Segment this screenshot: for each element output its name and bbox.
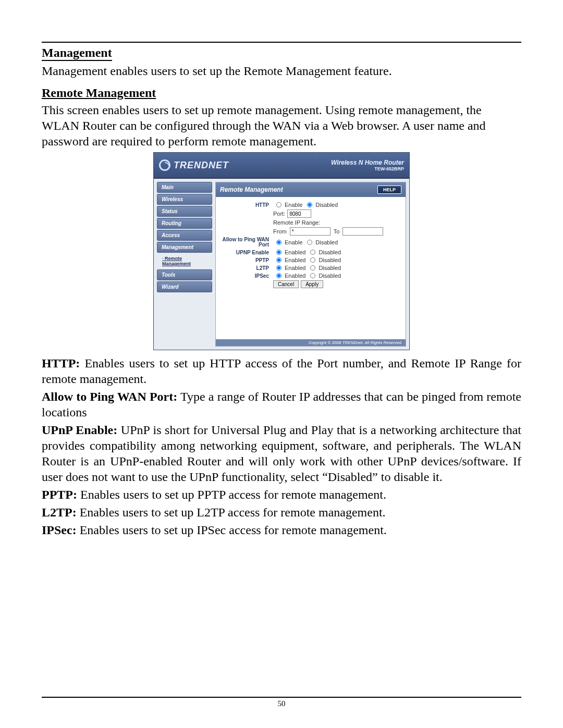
nav-wireless[interactable]: Wireless bbox=[157, 194, 212, 205]
apply-button[interactable]: Apply bbox=[301, 280, 323, 288]
upnp-enabled-radio[interactable] bbox=[276, 250, 282, 255]
opt-disabled: Disabled bbox=[315, 202, 338, 208]
content-panel: Remote Management HELP HTTP Enable Disab… bbox=[215, 182, 406, 347]
product-name: Wireless N Home Router bbox=[331, 159, 404, 166]
http-enable-radio[interactable] bbox=[276, 202, 282, 207]
def-l2tp-val: Enables users to set up L2TP access for … bbox=[77, 505, 386, 519]
l2tp-enabled-radio[interactable] bbox=[276, 265, 282, 270]
ipsec-disabled-radio[interactable] bbox=[310, 273, 315, 278]
l2tp-disabled-radio[interactable] bbox=[310, 265, 315, 270]
label-http: HTTP bbox=[221, 202, 273, 208]
opt-enabled-6: Enabled bbox=[285, 273, 305, 279]
help-button[interactable]: HELP bbox=[377, 186, 401, 194]
ipsec-enabled-radio[interactable] bbox=[276, 273, 282, 278]
pptp-disabled-radio[interactable] bbox=[310, 257, 315, 263]
nav-routing[interactable]: Routing bbox=[157, 218, 212, 229]
intro-paragraph: Management enables users to set up the R… bbox=[42, 63, 521, 79]
nav-tools[interactable]: Tools bbox=[157, 269, 212, 280]
label-ping: Allow to Ping WAN Port bbox=[221, 237, 273, 248]
label-from: From bbox=[273, 228, 287, 235]
brand-block: TRENDNET bbox=[159, 159, 229, 171]
label-l2tp: L2TP bbox=[221, 265, 273, 271]
def-pptp-key: PPTP: bbox=[42, 488, 77, 501]
sub-intro-paragraph: This screen enables users to set up remo… bbox=[42, 102, 521, 149]
def-ipsec-key: IPSec: bbox=[42, 523, 77, 537]
http-disabled-radio[interactable] bbox=[307, 202, 312, 207]
def-ipsec-val: Enables users to set up IPSec access for… bbox=[77, 523, 387, 537]
opt-enable: Enable bbox=[285, 202, 302, 208]
router-copyright: Copyright © 2008 TRENDnet. All Rights Re… bbox=[216, 339, 406, 346]
def-ping: Allow to Ping WAN Port: Type a range of … bbox=[42, 389, 521, 420]
nav-main[interactable]: Main bbox=[157, 182, 212, 193]
panel-title: Remote Management bbox=[220, 186, 283, 193]
from-input[interactable] bbox=[290, 227, 331, 236]
nav-wizard[interactable]: Wizard bbox=[157, 281, 212, 292]
brand-name: TRENDNET bbox=[174, 160, 229, 171]
opt-enabled-3: Enabled bbox=[285, 249, 305, 255]
panel-header: Remote Management HELP bbox=[216, 182, 406, 197]
router-header: TRENDNET Wireless N Home Router TEW-652B… bbox=[154, 153, 409, 179]
def-l2tp-key: L2TP: bbox=[42, 505, 77, 519]
opt-enabled-5: Enabled bbox=[285, 265, 305, 271]
section-title: Management bbox=[42, 46, 112, 61]
def-http: HTTP: Enables users to set up HTTP acces… bbox=[42, 355, 521, 387]
def-pptp-val: Enables users to set up PPTP access for … bbox=[77, 488, 386, 501]
opt-disabled-4: Disabled bbox=[319, 257, 341, 263]
opt-disabled-3: Disabled bbox=[319, 249, 341, 255]
opt-disabled-5: Disabled bbox=[319, 265, 341, 271]
def-upnp: UPnP Enable: UPnP is short for Universal… bbox=[42, 422, 521, 485]
def-upnp-key: UPnP Enable: bbox=[42, 423, 117, 437]
label-pptp: PPTP bbox=[221, 257, 273, 263]
upnp-disabled-radio[interactable] bbox=[310, 250, 315, 255]
label-ipsec: IPSec bbox=[221, 273, 273, 279]
rule-top bbox=[42, 42, 521, 43]
ping-disabled-radio[interactable] bbox=[307, 240, 312, 245]
pptp-enabled-radio[interactable] bbox=[276, 257, 282, 263]
opt-disabled-2: Disabled bbox=[315, 239, 338, 245]
nav-management[interactable]: Management bbox=[157, 242, 212, 253]
opt-enabled-4: Enabled bbox=[285, 257, 305, 263]
nav-status[interactable]: Status bbox=[157, 206, 212, 217]
label-upnp: UPNP Enable bbox=[221, 250, 273, 255]
def-ping-key: Allow to Ping WAN Port: bbox=[42, 390, 177, 403]
ping-enable-radio[interactable] bbox=[276, 240, 282, 245]
cancel-button[interactable]: Cancel bbox=[273, 280, 299, 288]
def-pptp: PPTP: Enables users to set up PPTP acces… bbox=[42, 487, 521, 502]
opt-enable-2: Enable bbox=[285, 239, 302, 245]
def-http-key: HTTP: bbox=[42, 356, 80, 370]
brand-logo-icon bbox=[159, 159, 170, 171]
def-http-val: Enables users to set up HTTP access of t… bbox=[42, 356, 521, 386]
product-model: TEW-652BRP bbox=[331, 166, 404, 171]
label-port: Port: bbox=[273, 211, 285, 217]
nav-sub-remote-management[interactable]: Remote Management bbox=[157, 254, 212, 268]
label-to: To bbox=[334, 228, 340, 235]
router-screenshot: TRENDNET Wireless N Home Router TEW-652B… bbox=[153, 152, 410, 350]
def-l2tp: L2TP: Enables users to set up L2TP acces… bbox=[42, 504, 521, 520]
product-name-block: Wireless N Home Router TEW-652BRP bbox=[331, 159, 404, 171]
sidebar: Main Wireless Status Routing Access Mana… bbox=[154, 179, 215, 350]
label-remote-range: Remote IP Range: bbox=[273, 219, 320, 226]
port-input[interactable] bbox=[287, 209, 311, 218]
nav-access[interactable]: Access bbox=[157, 230, 212, 241]
def-ipsec: IPSec: Enables users to set up IPSec acc… bbox=[42, 522, 521, 538]
page-number: 50 bbox=[0, 699, 563, 708]
subsection-title: Remote Management bbox=[42, 86, 156, 100]
rule-bottom bbox=[42, 697, 521, 698]
to-input[interactable] bbox=[342, 227, 383, 236]
opt-disabled-6: Disabled bbox=[319, 273, 341, 279]
